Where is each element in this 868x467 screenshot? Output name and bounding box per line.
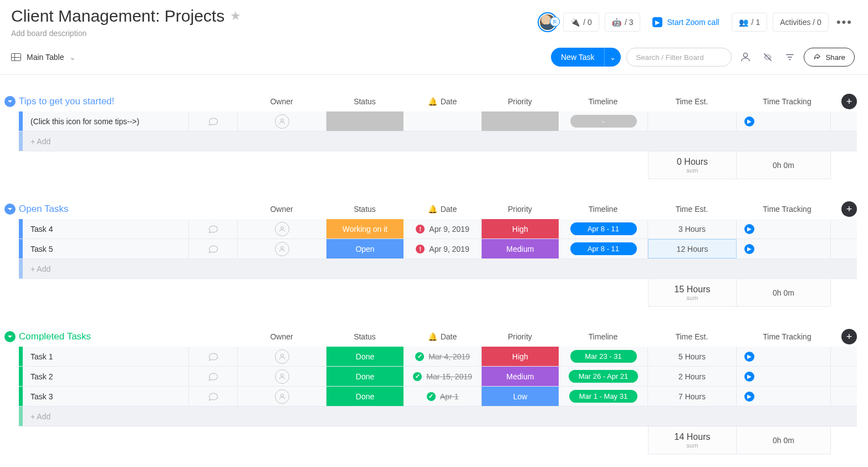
play-icon[interactable]: ▶ [744, 244, 754, 254]
star-icon[interactable]: ★ [230, 9, 241, 23]
date-cell[interactable] [404, 111, 482, 131]
column-header-status[interactable]: Status [326, 205, 404, 214]
time-est-cell[interactable]: 12 Hours [648, 239, 737, 258]
column-header-owner[interactable]: Owner [237, 97, 326, 106]
play-icon[interactable]: ▶ [744, 392, 754, 402]
status-cell[interactable]: Done [326, 387, 404, 406]
time-est-cell[interactable]: 2 Hours [648, 367, 737, 386]
column-header-priority[interactable]: Priority [481, 97, 559, 106]
timeline-cell[interactable]: Apr 8 - 11 [559, 239, 648, 258]
group-title[interactable]: Open Tasks [19, 204, 237, 215]
date-cell[interactable]: ✓Apr 1 [404, 387, 482, 406]
new-task-button[interactable]: New Task [551, 48, 604, 67]
date-cell[interactable]: ✓Mar 15, 2019 [404, 367, 482, 386]
column-header-date[interactable]: 🔔Date [404, 97, 481, 106]
column-header-date[interactable]: 🔔Date [404, 332, 481, 341]
add-row[interactable]: + Add [19, 407, 857, 427]
task-name-cell[interactable]: Task 5 [23, 239, 189, 258]
column-header-date[interactable]: 🔔Date [404, 205, 481, 214]
add-column-button[interactable]: + [841, 329, 857, 344]
chat-cell[interactable] [189, 387, 238, 406]
view-selector[interactable]: Main Table ⌄ [11, 53, 76, 62]
priority-cell[interactable]: High [482, 347, 559, 366]
task-name-cell[interactable]: Task 3 [23, 387, 189, 406]
date-cell[interactable]: ✓Mar 4, 2019 [404, 347, 482, 366]
time-tracking-cell[interactable]: ▶ [737, 387, 831, 406]
time-tracking-cell[interactable]: ▶ [737, 367, 831, 386]
task-name-cell[interactable]: (Click this icon for some tips-->) [23, 111, 189, 131]
add-row[interactable]: + Add [19, 259, 857, 279]
chat-cell[interactable] [189, 111, 238, 131]
add-row[interactable]: + Add [19, 131, 857, 151]
time-est-cell[interactable]: 5 Hours [648, 347, 737, 366]
column-header-time-tracking[interactable]: Time Tracking [736, 205, 830, 214]
play-icon[interactable]: ▶ [744, 352, 754, 362]
add-column-button[interactable]: + [841, 94, 857, 109]
status-cell[interactable]: Open [326, 239, 404, 258]
time-tracking-cell[interactable]: ▶ [737, 219, 831, 238]
automations-count-button[interactable]: 🤖 / 3 [605, 13, 641, 32]
play-icon[interactable]: ▶ [744, 116, 754, 126]
owner-cell[interactable] [238, 387, 326, 406]
person-filter-button[interactable] [737, 49, 754, 65]
task-name-cell[interactable]: Task 1 [23, 347, 189, 366]
integrations-count-button[interactable]: 🔌 / 0 [563, 13, 599, 32]
column-header-time-est[interactable]: Time Est. [647, 97, 736, 106]
column-header-time-tracking[interactable]: Time Tracking [736, 97, 830, 106]
add-row-label[interactable]: + Add [23, 131, 857, 151]
task-name-cell[interactable]: Task 2 [23, 367, 189, 386]
group-title[interactable]: Completed Tasks [19, 331, 237, 342]
play-icon[interactable]: ▶ [744, 224, 754, 234]
status-cell[interactable] [326, 111, 404, 131]
column-header-timeline[interactable]: Timeline [559, 205, 647, 214]
priority-cell[interactable]: Medium [482, 367, 559, 386]
column-header-owner[interactable]: Owner [237, 332, 326, 341]
owner-cell[interactable] [238, 219, 326, 238]
chat-cell[interactable] [189, 219, 238, 238]
collapse-icon[interactable] [4, 96, 16, 107]
timeline-cell[interactable]: Mar 26 - Apr 21 [559, 367, 648, 386]
timeline-cell[interactable]: Mar 1 - May 31 [559, 387, 648, 406]
hide-columns-button[interactable] [759, 49, 776, 65]
board-members-button[interactable]: 👥 / 1 [732, 13, 768, 32]
owner-cell[interactable] [238, 111, 326, 131]
column-header-status[interactable]: Status [326, 97, 404, 106]
column-header-priority[interactable]: Priority [481, 205, 559, 214]
chat-cell[interactable] [189, 367, 238, 386]
column-header-owner[interactable]: Owner [237, 205, 326, 214]
board-owner-avatar[interactable]: ⎘ [538, 12, 558, 32]
status-cell[interactable]: Done [326, 367, 404, 386]
priority-cell[interactable]: Medium [482, 239, 559, 258]
group-title[interactable]: Tips to get you started! [19, 96, 237, 107]
more-menu-icon[interactable]: ••• [834, 15, 855, 29]
share-button[interactable]: Share [804, 48, 855, 67]
add-column-button[interactable]: + [841, 201, 857, 217]
time-tracking-cell[interactable]: ▶ [737, 239, 831, 258]
board-description[interactable]: Add board description [11, 29, 538, 38]
new-task-dropdown[interactable]: ⌄ [604, 48, 621, 67]
column-header-time-est[interactable]: Time Est. [647, 332, 736, 341]
column-header-timeline[interactable]: Timeline [559, 97, 647, 106]
start-zoom-button[interactable]: ▶ Start Zoom call [646, 13, 726, 32]
time-tracking-cell[interactable]: ▶ [737, 111, 831, 131]
timeline-cell[interactable]: - [559, 111, 648, 131]
timeline-cell[interactable]: Apr 8 - 11 [559, 219, 648, 238]
collapse-icon[interactable] [4, 331, 16, 342]
column-header-timeline[interactable]: Timeline [559, 332, 647, 341]
owner-cell[interactable] [238, 367, 326, 386]
priority-cell[interactable]: High [482, 219, 559, 238]
column-header-time-est[interactable]: Time Est. [647, 205, 736, 214]
board-title[interactable]: Client Management: Projects [11, 7, 224, 26]
owner-cell[interactable] [238, 347, 326, 366]
collapse-icon[interactable] [4, 204, 16, 215]
status-cell[interactable]: Working on it [326, 219, 404, 238]
time-est-cell[interactable]: 7 Hours [648, 387, 737, 406]
status-cell[interactable]: Done [326, 347, 404, 366]
column-header-status[interactable]: Status [326, 332, 404, 341]
filter-button[interactable] [782, 49, 798, 65]
task-name-cell[interactable]: Task 4 [23, 219, 189, 238]
date-cell[interactable]: !Apr 9, 2019 [404, 219, 482, 238]
time-tracking-cell[interactable]: ▶ [737, 347, 831, 366]
add-row-label[interactable]: + Add [23, 407, 857, 426]
date-cell[interactable]: !Apr 9, 2019 [404, 239, 482, 258]
